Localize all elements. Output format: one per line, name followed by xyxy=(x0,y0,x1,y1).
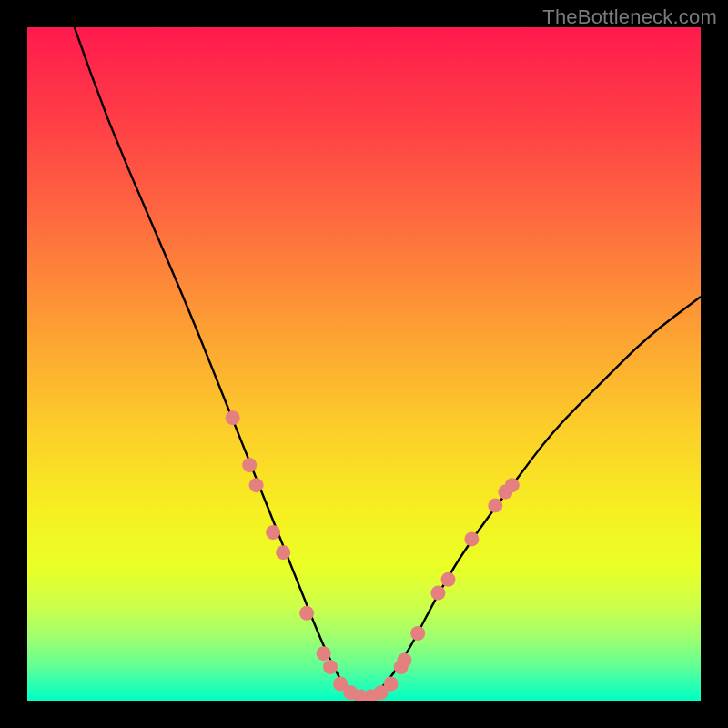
highlight-dot xyxy=(266,525,280,540)
curve-layer xyxy=(27,27,701,701)
highlight-dot xyxy=(464,531,479,546)
highlight-dot xyxy=(323,660,338,674)
watermark-text: TheBottleneck.com xyxy=(542,5,717,29)
highlight-dot xyxy=(441,572,456,587)
highlight-dot xyxy=(430,586,445,601)
highlight-dot xyxy=(488,498,502,512)
highlight-dot xyxy=(299,606,314,621)
highlight-dot xyxy=(249,478,264,492)
highlight-dot xyxy=(242,458,257,472)
highlight-dots xyxy=(226,410,520,701)
highlight-dot xyxy=(410,626,425,641)
highlight-dot xyxy=(226,410,240,425)
chart-frame: TheBottleneck.com xyxy=(0,0,728,728)
plot-area xyxy=(27,27,701,701)
highlight-dot xyxy=(384,677,399,692)
highlight-dot xyxy=(397,653,411,668)
highlight-dot xyxy=(505,478,520,492)
bottleneck-curve xyxy=(75,27,701,697)
highlight-dot xyxy=(276,545,290,560)
highlight-dot xyxy=(317,646,331,661)
